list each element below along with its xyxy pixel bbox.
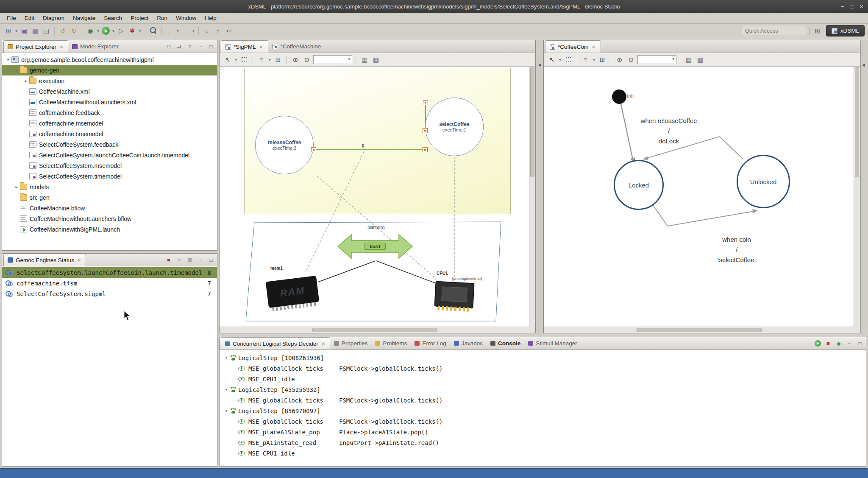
switch-decider-button[interactable] <box>835 340 842 347</box>
vertical-scrollbar[interactable] <box>854 67 860 327</box>
menu-edit[interactable]: Edit <box>20 13 39 23</box>
maximize-button[interactable]: □ <box>850 3 853 10</box>
tree-item-coffemachine-timemodel[interactable]: coffemachine.timemodel <box>2 129 217 139</box>
zoom-level-combo[interactable] <box>637 55 676 64</box>
maximize-view-icon[interactable] <box>208 43 214 50</box>
export-image-button[interactable] <box>684 55 694 65</box>
tree-item-coffemachine-feedback[interactable]: coffemachine.feedback <box>2 107 217 118</box>
menu-project[interactable]: Project <box>126 13 153 23</box>
arrange-caret-icon[interactable] <box>592 55 596 65</box>
state-locked[interactable]: Locked <box>614 160 664 210</box>
next-annotation-button[interactable] <box>202 26 212 36</box>
menu-navigate[interactable]: Navigate <box>69 13 100 23</box>
transition-edge-selectcoffee[interactable] <box>653 205 756 226</box>
link-with-editor-icon[interactable] <box>176 43 183 50</box>
logical-step-row[interactable]: LogicalStep [856970097] <box>221 405 866 416</box>
close-icon[interactable] <box>77 257 82 263</box>
profile-button[interactable] <box>116 26 126 36</box>
back-dropdown-caret-icon[interactable] <box>176 26 180 36</box>
open-perspective-button[interactable] <box>812 26 823 36</box>
actor-releasecoffee[interactable]: releaseCoffee execTime:3 <box>255 116 314 174</box>
tab-stimuli-manager[interactable]: Stimuli Manager <box>524 337 581 349</box>
maximize-view-icon[interactable] <box>208 257 214 263</box>
run-dropdown-caret-icon[interactable] <box>111 26 115 36</box>
zoom-level-combo[interactable] <box>313 55 352 64</box>
external-tools-dropdown-caret-icon[interactable] <box>138 26 142 36</box>
select-mode-button[interactable] <box>547 55 557 65</box>
search-button[interactable] <box>148 26 159 36</box>
menu-search[interactable]: Search <box>100 13 126 23</box>
tree-item-coffeemachine-bflow[interactable]: CoffeeMachine.bflow <box>2 203 217 213</box>
expander-icon[interactable] <box>5 57 11 62</box>
tab-model-explorer[interactable]: Model Explorer <box>68 40 122 53</box>
tree-item-src-gen[interactable]: src-gen <box>2 192 217 203</box>
tab-coffeemachine[interactable]: *CoffeeMachine <box>268 40 326 53</box>
close-icon[interactable] <box>591 44 596 49</box>
sigpml-canvas[interactable]: releaseCoffee execTime:3 selectCoffee ex… <box>220 67 529 327</box>
mse-row[interactable]: MSE_globalClock_ticks FSMClock->globalCl… <box>221 395 866 405</box>
tree-item-coffeemachine-xml[interactable]: CoffeeMachine.xml <box>2 86 217 97</box>
tree-item-selectcoffeesystem-msemodel[interactable]: SelectCoffeeSystem.msemodel <box>2 160 217 171</box>
layers-button[interactable] <box>695 55 705 65</box>
quick-access-field[interactable]: Quick Access <box>742 26 806 36</box>
tab-sigpml[interactable]: *SigPML <box>221 40 268 53</box>
resume-button[interactable] <box>815 340 821 347</box>
tree-item-coffemachine-msemodel[interactable]: coffemachine.msemodel <box>2 118 217 129</box>
minimize-button[interactable]: − <box>841 3 844 10</box>
stop-engine-button[interactable] <box>165 257 172 263</box>
input-port[interactable] <box>423 100 428 105</box>
menu-window[interactable]: Window <box>172 13 200 23</box>
new-button[interactable] <box>3 26 14 36</box>
expander-icon[interactable] <box>13 68 20 73</box>
mse-row[interactable]: MSE_globalClock_ticks FSMClock->globalCl… <box>221 363 866 374</box>
tree-item-gemoc-gen[interactable]: gemoc-gen <box>2 65 217 75</box>
forward-dropdown-caret-icon[interactable] <box>192 26 195 36</box>
tree-item-coffeemachinewithoutlaunchers-xml[interactable]: CoffeeMachinewithoutLaunchers.xml <box>2 97 217 107</box>
actor-selectcoffee[interactable]: selectCoffee execTime:1 <box>425 98 484 156</box>
tab-project-explorer[interactable]: Project Explorer <box>3 40 68 53</box>
zoom-in-button[interactable] <box>615 55 625 65</box>
bus-label[interactable]: bus1 <box>364 243 386 250</box>
minimize-view-icon[interactable] <box>846 340 853 347</box>
stop-button[interactable] <box>825 340 832 347</box>
mse-row[interactable]: MSE_placeA1State_pop Place->placeA1State… <box>221 427 866 437</box>
align-button[interactable] <box>273 55 283 65</box>
logical-step-row[interactable]: LogicalStep [1008261936] <box>221 352 866 363</box>
forward-button[interactable] <box>181 26 191 36</box>
close-button[interactable]: ✕ <box>859 3 864 10</box>
tree-item-coffeemachinewithoutlaunchers-bflow[interactable]: CoffeeMachinewithoutLaunchers.bflow <box>2 213 217 224</box>
zoom-out-button[interactable] <box>302 55 312 65</box>
mse-row[interactable]: MSE_globalClock_ticks FSMClock->globalCl… <box>221 416 866 427</box>
cpu-chip-node[interactable] <box>434 281 474 309</box>
transition-label-dolock[interactable]: when releaseCoffee / doLock <box>620 116 718 146</box>
tab-coffeecoin[interactable]: *CoffeeCoin <box>545 40 601 53</box>
tab-concurrent-logical-steps-decider[interactable]: Concurrent Logical Steps Decider <box>221 337 330 349</box>
input-port[interactable] <box>423 128 428 133</box>
run-button[interactable] <box>102 27 110 35</box>
expander-icon[interactable] <box>22 78 29 83</box>
tab-problems[interactable]: Problems <box>371 337 411 349</box>
tab-error-log[interactable]: Error Log <box>411 337 450 349</box>
save-button[interactable] <box>19 26 29 36</box>
maximize-view-icon[interactable] <box>857 340 863 347</box>
tab-gemoc-engines-status[interactable]: Gemoc Engines Status <box>3 254 86 266</box>
engine-row[interactable]: SelectCoffeeSystem.launchCoffeeCoin.laun… <box>2 267 217 278</box>
arrange-all-button[interactable] <box>581 55 591 65</box>
tree-item-coffeemachinewithsigpml-launch[interactable]: CoffeeMachinewithSigPML.launch <box>2 224 217 235</box>
menu-run[interactable]: Run <box>153 13 172 23</box>
tab-properties[interactable]: Properties <box>330 337 372 349</box>
print-button[interactable] <box>41 26 51 36</box>
tree-item-selectcoffeesystem-timemodel[interactable]: SelectCoffeeSystem.timemodel <box>2 171 217 182</box>
dispose-all-engines-button[interactable] <box>186 257 193 263</box>
marquee-button[interactable] <box>563 55 573 65</box>
tree-item-selectcoffeesystem-launchcoffeecoin-launch-timemodel[interactable]: SelectCoffeeSystem.launchCoffeeCoin.laun… <box>2 150 217 160</box>
minimize-view-icon[interactable] <box>197 43 204 50</box>
previous-annotation-button[interactable] <box>213 26 223 36</box>
view-menu-icon[interactable] <box>186 43 193 50</box>
tree-item-project[interactable]: org.gemoc.sample.bcool.coffeemachinewith… <box>2 54 217 65</box>
save-all-button[interactable] <box>30 26 40 36</box>
tree-item-execution[interactable]: execution <box>2 75 217 86</box>
tab-console[interactable]: Console <box>487 337 524 349</box>
tree-item-selectcoffeesystem-feedback[interactable]: SelectCoffeeSystem.feedback <box>2 139 217 150</box>
horizontal-scrollbar[interactable] <box>220 327 529 333</box>
